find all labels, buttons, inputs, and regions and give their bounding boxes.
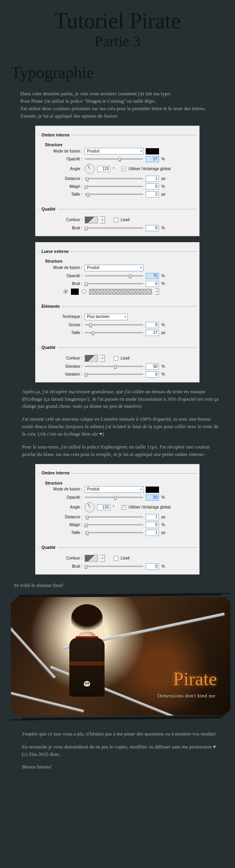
input-angle[interactable]: 120 [97,166,110,172]
label-angle: Angle : [40,505,82,510]
label-maigri: Maigri : [40,522,82,528]
slider-distance[interactable] [85,176,143,182]
unit: px [161,176,168,182]
unit: % [161,225,168,231]
label-lisse: Lissé [121,356,130,361]
unit: px [161,530,168,536]
final-artwork: Pirate Dimensions don't bind me [11,594,230,719]
unit: % [161,364,168,370]
chevron-down-icon: ▾ [125,314,126,319]
slider-taille[interactable] [85,530,143,536]
angle-dial[interactable] [85,502,95,512]
dropdown-mode-fusion[interactable]: Produit ▾ [85,486,143,493]
page-title: Tutoriel Pirate [11,11,224,31]
slider-variation[interactable] [85,372,143,377]
subsection-label: Structure [44,259,63,265]
slider-bruit[interactable] [85,225,143,231]
contour-dropdown[interactable]: ▾ [100,216,105,223]
label-distance: Distance : [40,514,82,520]
checkbox-eclairage-global[interactable]: ✓ [121,505,126,510]
dropdown-value: Produit [87,265,99,271]
label-bruit: Bruit : [40,564,82,570]
input-bruit[interactable]: 0 [146,225,159,231]
label-opacite: Opacité : [40,156,82,162]
slider-distance[interactable] [85,514,143,520]
page: Tutoriel Pirate Partie 3 Typographie Dan… [0,0,235,792]
input-taille[interactable]: 2 [146,191,159,198]
gradient-dropdown[interactable]: ▾ [155,289,159,295]
slider-opacite[interactable] [85,273,143,279]
label-opacite: Opacité : [40,495,82,501]
slider-opacite[interactable] [85,495,143,500]
color-swatch-solid[interactable] [71,289,79,295]
checkbox-lisse[interactable] [114,218,118,222]
input-opacite[interactable]: 57 [146,156,159,162]
color-swatch[interactable] [146,148,159,154]
intro-block: Dans cette dernière partie, je vais vous… [11,90,224,120]
slider-etendue[interactable] [85,364,143,369]
label-eclairage-global: Utiliser l'éclairage global [128,166,171,172]
label-mode-fusion: Mode de fusion : [40,487,82,492]
contour-swatch[interactable] [85,216,98,223]
radio-gradient[interactable] [82,289,86,294]
checkbox-eclairage-global[interactable]: ✓ [121,167,126,171]
color-swatch[interactable] [146,487,159,493]
contour-swatch[interactable] [85,555,98,562]
input-maigri[interactable]: 0 [146,183,159,190]
gradient-swatch[interactable] [89,289,152,294]
slider-bruit[interactable] [85,564,143,569]
dropdown-mode-fusion[interactable]: Produit ▾ [85,148,143,154]
input-taille[interactable]: 27 [146,330,159,336]
slider-opacite[interactable] [85,156,143,162]
input-angle[interactable]: 120 [97,504,110,510]
dropdown-technique[interactable]: Plus tamisée ▾ [85,314,128,320]
label-taille: Taille : [40,530,82,536]
input-opacite[interactable]: 75 [146,273,159,279]
label-bruit: Bruit : [40,281,82,287]
dropdown-value: Produit [87,487,99,492]
slider-taille[interactable] [85,330,143,336]
contour-dropdown[interactable]: ▾ [100,355,105,362]
input-grossi[interactable]: 8 [146,322,159,328]
torn-corner-icon [221,594,230,602]
contour-swatch[interactable] [85,355,98,362]
unit: % [161,156,168,162]
slider-bruit[interactable] [85,281,143,287]
input-distance[interactable]: 1 [146,176,159,182]
input-etendue[interactable]: 50 [146,363,159,370]
torn-corner-icon [219,710,230,719]
input-taille[interactable]: 1 [146,530,159,536]
slider-maigri[interactable] [85,184,143,189]
section-head: Ombre interne [38,128,196,135]
input-maigri[interactable]: 0 [146,522,159,528]
panel-ombre-interne-1: Ombre interne Structure Mode de fusion :… [35,125,200,237]
label-contour: Contour : [40,217,82,223]
label-opacite: Opacité : [40,273,82,279]
slider-grossi[interactable] [85,322,143,328]
torn-corner-icon [11,709,23,719]
contour-dropdown[interactable]: ▾ [100,555,105,562]
label-etendue: Etendue : [40,364,82,370]
section-label: Qualité [40,206,57,212]
slider-maigri[interactable] [85,522,143,528]
unit: px [161,192,168,198]
slider-taille[interactable] [85,192,143,197]
intro-line: Pour Pirate j'ai utilisé la police "Drag… [20,98,222,105]
label-technique: Technique : [40,314,82,320]
label-taille: Taille : [40,192,82,198]
checkbox-lisse[interactable] [114,556,118,561]
checkbox-lisse[interactable] [114,356,118,361]
input-opacite[interactable]: 50 [146,494,159,501]
input-bruit[interactable]: 0 [146,563,159,570]
dropdown-value: Produit [87,149,99,154]
angle-dial[interactable] [85,164,95,174]
section-label: Qualité [40,545,57,550]
label-mode-fusion: Mode de fusion : [40,149,82,154]
input-distance[interactable]: 1 [146,514,159,520]
section-label: Lueur externe [40,249,70,254]
dropdown-mode-fusion[interactable]: Produit ▾ [85,265,143,271]
radio-solid-color[interactable] [63,289,68,294]
input-bruit[interactable]: 0 [146,281,159,287]
input-variation[interactable]: 0 [146,371,159,378]
section-label: Eléments [40,303,61,309]
